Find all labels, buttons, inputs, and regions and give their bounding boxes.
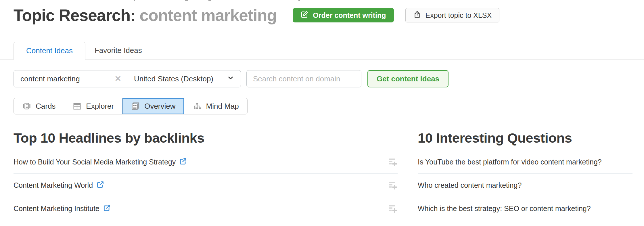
question-row: Is YouTube the best platform for video c…	[418, 150, 632, 174]
tab-content-ideas[interactable]: Content Ideas	[14, 42, 85, 60]
export-topic-xlsx-label: Export topic to XLSX	[425, 11, 492, 20]
overview-report-icon	[131, 101, 140, 111]
headline-row: Content Marketing Institute	[14, 197, 398, 220]
order-content-writing-button[interactable]: Order content writing	[293, 8, 394, 22]
view-cards-button[interactable]: Cards	[14, 98, 64, 114]
tab-favorite-ideas[interactable]: Favorite Ideas	[85, 41, 151, 60]
page-title-prefix: Topic Research:	[14, 6, 135, 24]
view-explorer-button[interactable]: Explorer	[64, 98, 122, 114]
view-mind-map-button[interactable]: Mind Map	[184, 98, 247, 114]
question-link[interactable]: Is YouTube the best platform for video c…	[418, 158, 602, 166]
database-selector[interactable]: United States (Desktop)	[127, 70, 241, 87]
tab-favorite-ideas-label: Favorite Ideas	[95, 46, 142, 55]
headline-row: Content Marketing World	[14, 174, 398, 197]
overview-content: Top 10 Headlines by backlinks How to Bui…	[0, 128, 644, 226]
view-cards-label: Cards	[36, 102, 55, 111]
page-title: Topic Research:content marketing	[14, 6, 277, 25]
topic-research-page: Topic Research:content marketing Order c…	[0, 0, 644, 226]
headline-row: How to Build Your Social Media Marketing…	[14, 150, 398, 174]
table-icon	[72, 101, 82, 111]
export-topic-xlsx-button[interactable]: Export topic to XLSX	[405, 8, 500, 22]
mind-map-icon	[193, 101, 202, 111]
headline-link[interactable]: Content Marketing Institute	[14, 204, 99, 213]
view-explorer-label: Explorer	[86, 102, 114, 111]
cards-icon	[22, 101, 31, 111]
tab-content-ideas-label: Content Ideas	[26, 46, 73, 55]
add-to-favorites-button[interactable]	[388, 204, 398, 213]
database-selected-label: United States (Desktop)	[134, 74, 213, 83]
headlines-section-title: Top 10 Headlines by backlinks	[14, 128, 398, 146]
page-title-query: content marketing	[139, 6, 277, 24]
domain-search-input[interactable]	[253, 74, 355, 83]
headline-link[interactable]: How to Build Your Social Media Marketing…	[14, 158, 176, 166]
external-link-icon[interactable]	[103, 204, 111, 213]
view-switcher: Cards Explorer Overview	[14, 98, 248, 114]
external-link-icon[interactable]	[97, 181, 104, 189]
view-overview-button[interactable]: Overview	[122, 98, 184, 114]
clipped-text-artifact	[185, 0, 188, 1]
clipped-text-artifact	[298, 0, 300, 1]
external-link-icon[interactable]	[179, 158, 187, 166]
questions-section: 10 Interesting Questions Is YouTube the …	[418, 128, 644, 220]
page-header: Topic Research:content marketing Order c…	[14, 5, 644, 26]
clipped-text-artifact	[208, 0, 211, 1]
headlines-list: How to Build Your Social Media Marketing…	[14, 150, 398, 220]
questions-section-title: 10 Interesting Questions	[418, 128, 632, 146]
clipped-text-artifact	[134, 0, 135, 1]
column-divider	[407, 129, 407, 226]
add-to-favorites-button[interactable]	[388, 157, 398, 167]
topic-query-input[interactable]	[20, 74, 112, 83]
add-to-list-icon	[388, 187, 398, 191]
clear-query-icon[interactable]: ✕	[114, 74, 122, 83]
export-upload-icon	[413, 10, 421, 20]
order-content-writing-label: Order content writing	[313, 11, 386, 20]
chevron-down-icon	[227, 74, 234, 84]
headline-link[interactable]: Content Marketing World	[14, 181, 93, 189]
topic-search-combo: ✕ United States (Desktop)	[14, 70, 241, 87]
edit-pencil-icon	[300, 10, 308, 20]
get-content-ideas-button[interactable]: Get content ideas	[367, 70, 448, 87]
question-row: Who created content marketing?	[418, 174, 632, 197]
headlines-section: Top 10 Headlines by backlinks How to Bui…	[14, 128, 398, 220]
add-to-favorites-button[interactable]	[388, 180, 398, 190]
search-controls-row: ✕ United States (Desktop) Get content id…	[14, 70, 644, 87]
view-mind-map-label: Mind Map	[206, 102, 239, 111]
question-row: Which is the best strategy: SEO or conte…	[418, 197, 632, 220]
get-content-ideas-label: Get content ideas	[377, 74, 439, 83]
view-overview-label: Overview	[144, 102, 175, 111]
add-to-list-icon	[388, 163, 398, 168]
domain-search-box	[246, 70, 361, 87]
question-link[interactable]: Who created content marketing?	[418, 181, 522, 189]
topic-query-box: ✕	[14, 70, 127, 87]
question-link[interactable]: Which is the best strategy: SEO or conte…	[418, 204, 591, 213]
questions-list: Is YouTube the best platform for video c…	[418, 150, 632, 220]
add-to-list-icon	[388, 210, 398, 214]
tab-bar: Content Ideas Favorite Ideas	[0, 41, 644, 60]
